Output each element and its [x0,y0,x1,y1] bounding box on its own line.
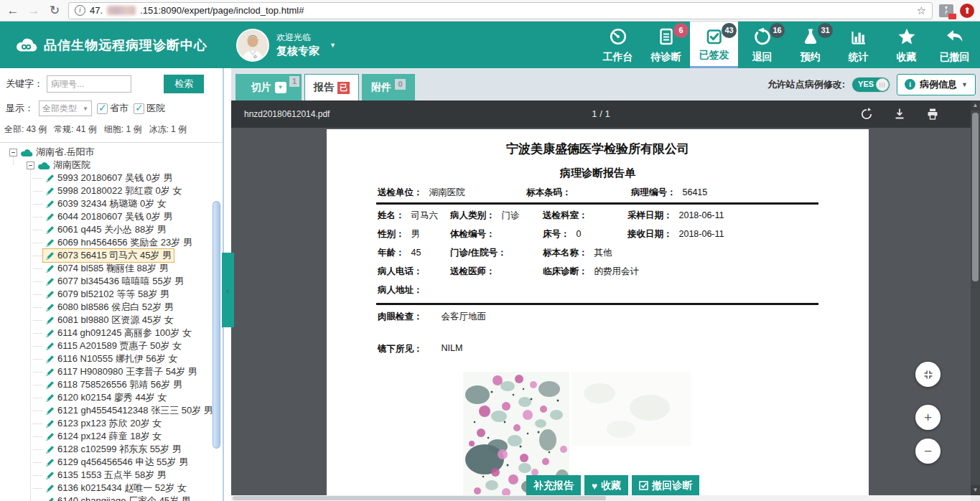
user-caret-down-icon[interactable]: ▼ [330,42,336,49]
browser-back-icon[interactable]: ← [6,1,20,21]
tree-case-item[interactable]: 6120 k02154 廖秀 44岁 女 [0,391,223,404]
tree-case-item[interactable]: 6121 gh45545412348 张三三 50岁 男 [0,404,223,417]
zoom-in-button[interactable]: + [915,405,941,430]
tree-case-item[interactable]: 6081 bl9880 区资源 45岁 女 [0,314,223,327]
case-label: 6140 changjiage 厂家个 45岁 男 [57,495,191,501]
fit-page-button[interactable] [915,362,941,387]
cloud-icon [20,148,33,157]
tree-case-item[interactable]: 5993 20180607 吴钱 0岁 男 [0,172,223,184]
tree-case-item[interactable]: 6077 bl345436 嘻嘻嘻 55岁 男 [0,275,223,288]
tree-collapse-icon[interactable] [9,149,17,156]
tree-case-item[interactable]: 6118 758526556 郭靖 56岁 男 [0,378,223,391]
pdf-vertical-scrollbar[interactable]: ▲ ▼ [971,100,980,495]
province-filter[interactable]: 省市 [97,102,129,115]
pen-icon [45,367,55,377]
screen: ← → ↻ i 47. .151:8090/expert/page/inclod… [0,0,980,501]
extension-icon[interactable] [939,4,953,17]
tree-case-item[interactable]: 6123 px123 苏欣 20岁 女 [0,417,223,430]
nav-statistics[interactable]: 统计 [834,22,882,68]
browser-reload-icon[interactable]: ↻ [47,1,62,21]
search-input[interactable] [47,75,131,93]
pen-icon [45,484,55,493]
page-info-icon[interactable]: i [75,5,85,16]
favorite-button[interactable]: ♥ 收藏 [584,475,628,496]
horizontal-scrollbar[interactable] [231,495,971,501]
tab-attachments[interactable]: 附件 0 [362,74,415,100]
pen-icon [45,316,55,325]
province-checkbox[interactable] [97,103,108,114]
allow-edit-label: 允许站点病例修改: [767,78,845,91]
case-label: 5993 20180607 吴钱 0岁 男 [57,172,172,184]
pen-icon [45,264,55,273]
scroll-down-icon[interactable]: ▼ [971,485,980,495]
type-filter-select[interactable]: 全部类型 ▼ [39,100,92,116]
tab-report[interactable]: 报告 已 [304,74,359,100]
pdf-scrollbar-thumb[interactable] [972,113,979,281]
tree-case-item[interactable]: 6117 H9080980 王李普子 54岁 男 [0,365,223,378]
nav-signed[interactable]: 43 已签发 [690,22,738,68]
url-bar[interactable]: i 47. .151:8090/expert/page/inclod_top.h… [68,2,933,19]
tree-collapse-icon[interactable] [27,161,34,169]
stat-cell: 细胞: 1 例 [104,123,142,136]
tree-case-item[interactable]: 6129 q456456546 申达 55岁 男 [0,456,223,469]
case-sidebar: 关键字： 检索 显示： 全部类型 ▼ 省市 医院 全部: 43 例 常规: 41… [0,68,224,501]
tree-hospital-node[interactable]: 湖南医院 [0,159,223,172]
heart-icon: ♥ [592,480,597,492]
case-info-button[interactable]: i 病例信息 ▼ [897,74,976,95]
tree-case-item[interactable]: 6114 gh091245 高丽参 100岁 女 [0,327,223,340]
bookmark-star-icon[interactable]: ☆ [917,4,926,17]
case-stats: 全部: 43 例 常规: 41 例 细胞: 1 例 冰冻: 1 例 [4,123,223,136]
tree-case-item[interactable]: 6140 changjiage 厂家个 45岁 男 [0,495,223,501]
report-field: 床号：0 [543,228,581,240]
slice-dropdown-icon[interactable]: ▼ [275,82,286,93]
zoom-out-button[interactable]: − [915,439,941,464]
hospital-checkbox[interactable] [134,103,144,114]
nav-pending-diagnosis[interactable]: 6 待诊断 [642,22,690,68]
nav-withdrawn[interactable]: 已撤回 [930,22,979,68]
nav-favorites[interactable]: 收藏 [882,22,930,68]
withdraw-diagnosis-button[interactable]: 撤回诊断 [632,475,699,496]
sidebar-collapse-handle[interactable]: ‹ [222,253,234,327]
tree-case-item[interactable]: 6079 bl52102 等等 58岁 男 [0,288,223,301]
nav-appointments[interactable]: 31 预约 [786,22,834,68]
tree-case-item[interactable]: 6124 px124 薛童 18岁 女 [0,430,223,443]
scroll-up-icon[interactable]: ▲ [971,100,980,111]
tree-region-node[interactable]: 湖南省.岳阳市 [0,146,223,159]
user-block[interactable]: 欢迎光临 复核专家 ▼ [236,29,336,62]
tree-case-item[interactable]: 6115 A201589 贾惠子 50岁 女 [0,340,223,352]
nav-label: 收藏 [897,51,917,64]
print-icon[interactable] [926,108,939,123]
report-divider [376,202,818,205]
tree-case-item[interactable]: 6074 bl585 鞠丽佳 88岁 男 [0,262,223,275]
tab-slice[interactable]: 切片 ▼ 1 [235,74,302,100]
browser-forward-icon[interactable]: → [27,1,41,21]
case-label: 6114 gh091245 高丽参 100岁 女 [57,327,192,340]
sidebar-scrollbar-thumb[interactable] [213,201,220,449]
tree-case-item[interactable]: 6039 32434 杨璐璐 0岁 女 [0,197,223,210]
report-field: 年龄：45 [378,247,421,259]
tree-case-item[interactable]: 6069 hn4564656 奖励金 23岁 男 [0,236,223,249]
tree-case-item[interactable]: 6128 c102599 祁东东 55岁 男 [0,443,223,456]
tab-attachments-label: 附件 [371,81,391,94]
tree-case-item[interactable]: 6073 56415 司马六 45岁 男 [0,249,223,262]
search-button[interactable]: 检索 [164,75,204,93]
hospital-label: 医院 [146,102,165,115]
nav-workbench[interactable]: 工作台 [594,22,642,68]
browser-update-icon[interactable]: ⬆ [960,4,974,18]
case-label: 6044 20180607 吴钱 0岁 男 [57,210,172,223]
tree-case-item[interactable]: 6116 N10555 娜扎伊 56岁 女 [0,352,223,365]
rotate-icon[interactable] [860,108,873,123]
horizontal-scrollbar-thumb[interactable] [233,496,606,500]
tree-case-item[interactable]: 6061 q445 关小怂 88岁 男 [0,223,223,236]
hospital-filter[interactable]: 医院 [134,102,165,115]
tree-case-item[interactable]: 6080 bl8586 侯启白 52岁 男 [0,301,223,314]
allow-edit-toggle[interactable]: YES ||| [851,77,890,93]
tree-case-item[interactable]: 6044 20180607 吴钱 0岁 男 [0,210,223,223]
report-field [627,247,634,257]
supplement-report-button[interactable]: 补充报告 [526,475,581,496]
download-icon[interactable] [893,108,906,123]
tree-case-item[interactable]: 6136 k0215434 赵唯一 52岁 女 [0,482,223,495]
tree-case-item[interactable]: 6135 1553 五点半 58岁 男 [0,469,223,482]
tree-case-item[interactable]: 5998 20180022 郭红霞 0岁 女 [0,184,223,197]
nav-returned[interactable]: 16 退回 [738,22,786,68]
